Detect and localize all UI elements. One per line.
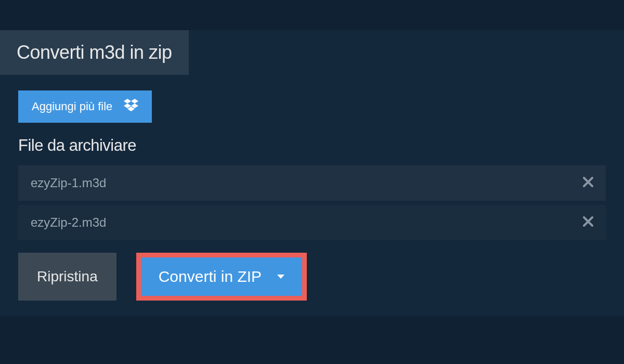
action-buttons: Ripristina Converti in ZIP bbox=[18, 253, 606, 301]
close-icon[interactable] bbox=[583, 215, 593, 230]
tab-title: Converti m3d in zip bbox=[17, 42, 172, 63]
file-item: ezyZip-1.m3d bbox=[18, 165, 606, 201]
reset-button[interactable]: Ripristina bbox=[18, 253, 116, 301]
caret-down-icon bbox=[277, 275, 284, 279]
footer-bar bbox=[0, 354, 624, 364]
tab-convert[interactable]: Converti m3d in zip bbox=[0, 30, 189, 75]
convert-label: Converti in ZIP bbox=[159, 268, 262, 285]
convert-button-highlight: Converti in ZIP bbox=[136, 253, 307, 301]
convert-button[interactable]: Converti in ZIP bbox=[141, 257, 302, 296]
header-spacer bbox=[0, 0, 624, 30]
tab-container: Converti m3d in zip Aggiungi più file Fi… bbox=[0, 30, 624, 316]
content-panel: Aggiungi più file File da archiviare ezy… bbox=[0, 75, 624, 316]
file-name: ezyZip-2.m3d bbox=[31, 215, 106, 230]
section-title: File da archiviare bbox=[18, 136, 606, 155]
add-files-label: Aggiungi più file bbox=[32, 100, 112, 113]
reset-label: Ripristina bbox=[37, 268, 98, 284]
file-list: ezyZip-1.m3d ezyZip-2.m3d bbox=[18, 165, 606, 240]
file-name: ezyZip-1.m3d bbox=[31, 176, 106, 190]
file-item: ezyZip-2.m3d bbox=[18, 205, 606, 240]
add-more-files-button[interactable]: Aggiungi più file bbox=[18, 90, 152, 123]
close-icon[interactable] bbox=[583, 176, 593, 190]
dropbox-icon bbox=[124, 99, 138, 114]
